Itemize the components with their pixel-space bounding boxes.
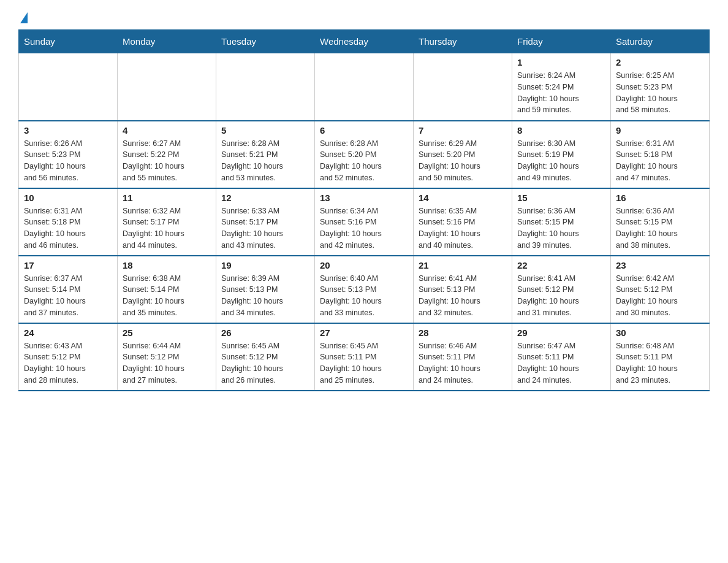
- calendar-cell: [118, 53, 216, 121]
- day-info: Sunrise: 6:27 AMSunset: 5:22 PMDaylight:…: [123, 138, 211, 184]
- calendar-cell: [19, 53, 118, 121]
- day-info: Sunrise: 6:32 AMSunset: 5:17 PMDaylight:…: [123, 205, 211, 251]
- day-info: Sunrise: 6:28 AMSunset: 5:21 PMDaylight:…: [221, 138, 309, 184]
- calendar-cell: 16Sunrise: 6:36 AMSunset: 5:15 PMDayligh…: [611, 188, 710, 256]
- day-number: 9: [616, 125, 704, 136]
- calendar-cell: 24Sunrise: 6:43 AMSunset: 5:12 PMDayligh…: [19, 323, 118, 391]
- day-number: 7: [419, 125, 507, 136]
- calendar-cell: 15Sunrise: 6:36 AMSunset: 5:15 PMDayligh…: [512, 188, 611, 256]
- day-number: 14: [419, 193, 507, 203]
- day-number: 29: [517, 327, 605, 338]
- calendar-cell: 18Sunrise: 6:38 AMSunset: 5:14 PMDayligh…: [118, 256, 216, 323]
- day-info: Sunrise: 6:40 AMSunset: 5:13 PMDaylight:…: [320, 273, 408, 319]
- day-info: Sunrise: 6:36 AMSunset: 5:15 PMDaylight:…: [517, 205, 605, 251]
- calendar-cell: 26Sunrise: 6:45 AMSunset: 5:12 PMDayligh…: [216, 323, 315, 391]
- day-info: Sunrise: 6:29 AMSunset: 5:20 PMDaylight:…: [419, 138, 507, 184]
- weekday-header-monday: Monday: [118, 30, 216, 53]
- calendar-cell: 19Sunrise: 6:39 AMSunset: 5:13 PMDayligh…: [216, 256, 315, 323]
- day-number: 1: [517, 57, 605, 67]
- day-info: Sunrise: 6:35 AMSunset: 5:16 PMDaylight:…: [419, 205, 507, 251]
- calendar-cell: 11Sunrise: 6:32 AMSunset: 5:17 PMDayligh…: [118, 188, 216, 256]
- day-number: 5: [221, 125, 309, 136]
- calendar-cell: 13Sunrise: 6:34 AMSunset: 5:16 PMDayligh…: [315, 188, 414, 256]
- day-info: Sunrise: 6:28 AMSunset: 5:20 PMDaylight:…: [320, 138, 408, 184]
- day-number: 20: [320, 260, 408, 270]
- weekday-header-tuesday: Tuesday: [216, 30, 315, 53]
- day-number: 24: [24, 327, 112, 338]
- day-info: Sunrise: 6:26 AMSunset: 5:23 PMDaylight:…: [24, 138, 112, 184]
- calendar-week-5: 24Sunrise: 6:43 AMSunset: 5:12 PMDayligh…: [19, 323, 710, 391]
- day-number: 30: [616, 327, 704, 338]
- calendar-cell: [315, 53, 414, 121]
- calendar-cell: 3Sunrise: 6:26 AMSunset: 5:23 PMDaylight…: [19, 121, 118, 188]
- calendar-cell: 29Sunrise: 6:47 AMSunset: 5:11 PMDayligh…: [512, 323, 611, 391]
- day-number: 27: [320, 327, 408, 338]
- calendar-week-3: 10Sunrise: 6:31 AMSunset: 5:18 PMDayligh…: [19, 188, 710, 256]
- day-info: Sunrise: 6:48 AMSunset: 5:11 PMDaylight:…: [616, 340, 704, 386]
- calendar-cell: 4Sunrise: 6:27 AMSunset: 5:22 PMDaylight…: [118, 121, 216, 188]
- day-info: Sunrise: 6:41 AMSunset: 5:13 PMDaylight:…: [419, 273, 507, 319]
- calendar-cell: 6Sunrise: 6:28 AMSunset: 5:20 PMDaylight…: [315, 121, 414, 188]
- day-number: 10: [24, 193, 112, 203]
- calendar-cell: 9Sunrise: 6:31 AMSunset: 5:18 PMDaylight…: [611, 121, 710, 188]
- day-info: Sunrise: 6:36 AMSunset: 5:15 PMDaylight:…: [616, 205, 704, 251]
- calendar-cell: 28Sunrise: 6:46 AMSunset: 5:11 PMDayligh…: [414, 323, 512, 391]
- day-info: Sunrise: 6:45 AMSunset: 5:11 PMDaylight:…: [320, 340, 408, 386]
- day-number: 11: [123, 193, 211, 203]
- day-info: Sunrise: 6:45 AMSunset: 5:12 PMDaylight:…: [221, 340, 309, 386]
- day-info: Sunrise: 6:30 AMSunset: 5:19 PMDaylight:…: [517, 138, 605, 184]
- day-info: Sunrise: 6:43 AMSunset: 5:12 PMDaylight:…: [24, 340, 112, 386]
- day-number: 17: [24, 260, 112, 270]
- logo-triangle-icon: [20, 12, 28, 23]
- day-info: Sunrise: 6:44 AMSunset: 5:12 PMDaylight:…: [123, 340, 211, 386]
- calendar-cell: 12Sunrise: 6:33 AMSunset: 5:17 PMDayligh…: [216, 188, 315, 256]
- calendar-table: SundayMondayTuesdayWednesdayThursdayFrid…: [18, 29, 710, 391]
- calendar-cell: 2Sunrise: 6:25 AMSunset: 5:23 PMDaylight…: [611, 53, 710, 121]
- day-number: 21: [419, 260, 507, 270]
- day-number: 4: [123, 125, 211, 136]
- day-info: Sunrise: 6:41 AMSunset: 5:12 PMDaylight:…: [517, 273, 605, 319]
- day-number: 19: [221, 260, 309, 270]
- weekday-header-friday: Friday: [512, 30, 611, 53]
- day-info: Sunrise: 6:46 AMSunset: 5:11 PMDaylight:…: [419, 340, 507, 386]
- calendar-cell: 14Sunrise: 6:35 AMSunset: 5:16 PMDayligh…: [414, 188, 512, 256]
- day-info: Sunrise: 6:47 AMSunset: 5:11 PMDaylight:…: [517, 340, 605, 386]
- calendar-cell: 8Sunrise: 6:30 AMSunset: 5:19 PMDaylight…: [512, 121, 611, 188]
- calendar-cell: 20Sunrise: 6:40 AMSunset: 5:13 PMDayligh…: [315, 256, 414, 323]
- day-info: Sunrise: 6:31 AMSunset: 5:18 PMDaylight:…: [616, 138, 704, 184]
- day-info: Sunrise: 6:24 AMSunset: 5:24 PMDaylight:…: [517, 70, 605, 116]
- calendar-cell: [414, 53, 512, 121]
- calendar-cell: 27Sunrise: 6:45 AMSunset: 5:11 PMDayligh…: [315, 323, 414, 391]
- weekday-header-sunday: Sunday: [19, 30, 118, 53]
- day-number: 16: [616, 193, 704, 203]
- page-header: [18, 12, 710, 23]
- calendar-cell: 10Sunrise: 6:31 AMSunset: 5:18 PMDayligh…: [19, 188, 118, 256]
- day-info: Sunrise: 6:42 AMSunset: 5:12 PMDaylight:…: [616, 273, 704, 319]
- calendar-cell: 7Sunrise: 6:29 AMSunset: 5:20 PMDaylight…: [414, 121, 512, 188]
- day-number: 15: [517, 193, 605, 203]
- weekday-header-row: SundayMondayTuesdayWednesdayThursdayFrid…: [19, 30, 710, 53]
- day-info: Sunrise: 6:25 AMSunset: 5:23 PMDaylight:…: [616, 70, 704, 116]
- weekday-header-wednesday: Wednesday: [315, 30, 414, 53]
- calendar-cell: 5Sunrise: 6:28 AMSunset: 5:21 PMDaylight…: [216, 121, 315, 188]
- day-info: Sunrise: 6:39 AMSunset: 5:13 PMDaylight:…: [221, 273, 309, 319]
- day-number: 8: [517, 125, 605, 136]
- day-number: 2: [616, 57, 704, 67]
- day-info: Sunrise: 6:34 AMSunset: 5:16 PMDaylight:…: [320, 205, 408, 251]
- day-number: 23: [616, 260, 704, 270]
- calendar-cell: 21Sunrise: 6:41 AMSunset: 5:13 PMDayligh…: [414, 256, 512, 323]
- day-number: 6: [320, 125, 408, 136]
- calendar-body: 1Sunrise: 6:24 AMSunset: 5:24 PMDaylight…: [19, 53, 710, 391]
- calendar-cell: 1Sunrise: 6:24 AMSunset: 5:24 PMDaylight…: [512, 53, 611, 121]
- day-info: Sunrise: 6:38 AMSunset: 5:14 PMDaylight:…: [123, 273, 211, 319]
- day-info: Sunrise: 6:37 AMSunset: 5:14 PMDaylight:…: [24, 273, 112, 319]
- day-info: Sunrise: 6:33 AMSunset: 5:17 PMDaylight:…: [221, 205, 309, 251]
- calendar-header: SundayMondayTuesdayWednesdayThursdayFrid…: [19, 30, 710, 53]
- day-number: 13: [320, 193, 408, 203]
- weekday-header-saturday: Saturday: [611, 30, 710, 53]
- calendar-cell: 25Sunrise: 6:44 AMSunset: 5:12 PMDayligh…: [118, 323, 216, 391]
- weekday-header-thursday: Thursday: [414, 30, 512, 53]
- calendar-week-4: 17Sunrise: 6:37 AMSunset: 5:14 PMDayligh…: [19, 256, 710, 323]
- day-info: Sunrise: 6:31 AMSunset: 5:18 PMDaylight:…: [24, 205, 112, 251]
- day-number: 3: [24, 125, 112, 136]
